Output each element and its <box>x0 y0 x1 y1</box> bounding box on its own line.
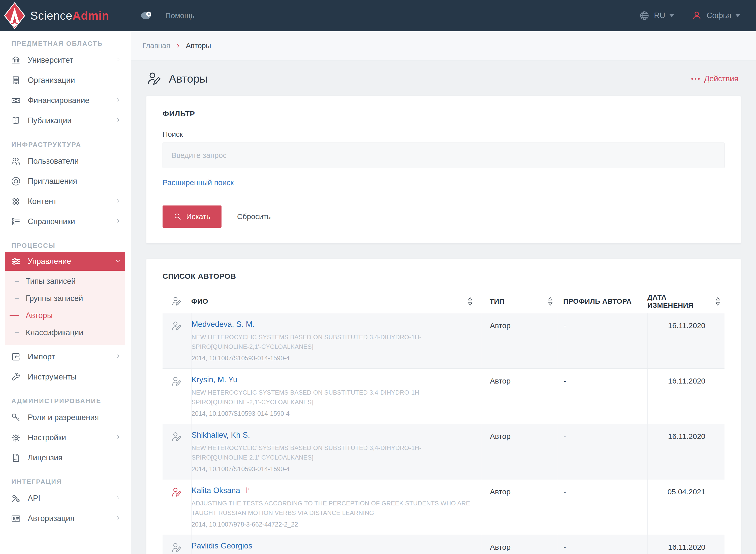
author-type: Автор <box>481 369 558 424</box>
publication-meta: 2014, 10.1007/S10593-014-1590-4 <box>192 465 473 473</box>
sidebar-subitem-classifications[interactable]: Классификации <box>5 324 125 341</box>
authors-table: ФИО ТИП ПРОФИЛЬ АВТОРА <box>162 290 724 554</box>
sidebar-item-university[interactable]: Университет <box>0 50 131 70</box>
author-icon <box>147 71 162 86</box>
sidebar-item-content[interactable]: Контент <box>0 191 131 212</box>
chevron-right-icon <box>116 199 122 204</box>
author-name-link[interactable]: Krysin, M. Yu <box>192 375 237 384</box>
sidebar-item-label: Приглашения <box>28 177 77 186</box>
author-row: Krysin, M. YuNEW HETEROCYCLIC SYSTEMS BA… <box>162 369 724 424</box>
sidebar-item-label: Университет <box>28 56 73 65</box>
app-logo[interactable]: ScienceAdmin <box>0 2 131 30</box>
sidebar-item-directories[interactable]: Справочники <box>0 212 131 232</box>
sidebar-subitem-record-groups[interactable]: Группы записей <box>5 290 125 307</box>
list-icon <box>11 217 21 227</box>
author-profile: - <box>558 424 647 479</box>
author-icon <box>162 480 191 535</box>
sidebar-item-management[interactable]: Управление <box>5 252 125 271</box>
sidebar-item-publications[interactable]: Публикации <box>0 111 131 131</box>
actions-label: Действия <box>704 74 738 84</box>
author-icon <box>162 369 191 424</box>
author-icon <box>162 424 191 479</box>
author-fio-cell: Kalita OksanaADJUSTING THE TESTS ACCORDI… <box>191 480 481 535</box>
author-profile: - <box>558 480 647 535</box>
sort-icon[interactable] <box>547 297 554 306</box>
sidebar-item-label: Справочники <box>28 217 75 226</box>
sidebar-item-license[interactable]: Лицензия <box>0 448 131 468</box>
dash-marker <box>10 315 19 316</box>
user-icon <box>692 11 702 20</box>
advanced-search-link[interactable]: Расширенный поиск <box>162 178 234 189</box>
sidebar-item-organizations[interactable]: Организации <box>0 70 131 91</box>
sidebar-item-label: Лицензия <box>28 453 62 462</box>
sidebar-subitem-authors[interactable]: Авторы <box>5 307 125 324</box>
sidebar-item-tools[interactable]: Инструменты <box>0 367 131 387</box>
sidebar-item-settings[interactable]: Настройки <box>0 428 131 448</box>
publication-meta: 2014, 10.1007/S10593-014-1590-4 <box>192 354 473 362</box>
chevron-right-icon <box>175 44 180 48</box>
author-name-link[interactable]: Kalita Oksana <box>192 486 240 495</box>
sidebar-item-label: Инструменты <box>28 373 77 382</box>
sort-icon[interactable] <box>467 297 473 306</box>
author-profile: - <box>558 535 647 554</box>
author-icon <box>162 313 191 369</box>
author-name-link[interactable]: Medvedeva, S. M. <box>192 320 255 329</box>
sidebar-item-api[interactable]: API <box>0 488 131 508</box>
key-icon <box>11 412 21 423</box>
sidebar-subitem-record-types[interactable]: Типы записей <box>5 273 125 290</box>
sidebar-item-authorization[interactable]: Авторизация <box>0 508 131 529</box>
language-selector[interactable]: RU <box>639 11 674 21</box>
modified-date: 05.04.2021 <box>647 480 724 535</box>
sidebar-item-label: Настройки <box>28 433 66 442</box>
breadcrumb-home[interactable]: Главная <box>142 42 170 50</box>
author-row: Pavlidis GeorgiosADJUSTING THE TESTS ACC… <box>162 535 724 554</box>
sidebar-section-title: ПРЕДМЕТНАЯ ОБЛАСТЬ <box>0 31 131 50</box>
chevron-right-icon <box>116 496 122 501</box>
chevron-right-icon <box>116 98 122 103</box>
author-type: Автор <box>481 313 558 369</box>
breadcrumb: Главная Авторы <box>131 31 756 60</box>
sidebar-subitem-label: Классификации <box>26 328 83 337</box>
sidebar-item-label: Контент <box>28 197 57 206</box>
author-name-link[interactable]: Pavlidis Georgios <box>192 541 252 550</box>
modified-date: 16.11.2020 <box>647 535 724 554</box>
sidebar-section-title: ИНТЕГРАЦИЯ <box>0 468 131 488</box>
chevron-right-icon <box>116 219 122 224</box>
sort-icon[interactable] <box>714 297 721 306</box>
license-icon <box>11 453 21 463</box>
main-content: Авторы Действия ФИЛЬТР Поиск Расширенный… <box>131 60 756 554</box>
chevron-right-icon <box>116 516 122 521</box>
gear-icon <box>11 433 21 443</box>
import-icon <box>11 352 21 362</box>
help-link[interactable]: Помощь <box>165 11 195 20</box>
reset-button[interactable]: Сбросить <box>236 212 272 221</box>
sidebar-submenu: Типы записейГруппы записейАвторыКлассифи… <box>5 271 125 345</box>
book-icon <box>11 116 21 126</box>
ellipsis-icon <box>691 77 700 80</box>
actions-button[interactable]: Действия <box>690 74 740 84</box>
author-fio-cell: Krysin, M. YuNEW HETEROCYCLIC SYSTEMS BA… <box>191 369 481 424</box>
chevron-right-icon <box>116 118 122 123</box>
author-name-link[interactable]: Shikhaliev, Kh S. <box>192 431 250 440</box>
sidebar-item-users[interactable]: Пользователи <box>0 151 131 171</box>
sidebar-item-label: Публикации <box>28 116 71 125</box>
chevron-right-icon <box>116 57 122 63</box>
sidebar-item-import[interactable]: Импорт <box>0 347 131 367</box>
filter-card: ФИЛЬТР Поиск Расширенный поиск Искать Сб… <box>146 96 741 243</box>
sidebar-item-financing[interactable]: Финансирование <box>0 91 131 111</box>
column-header-profile: ПРОФИЛЬ АВТОРА <box>563 297 632 305</box>
search-button[interactable]: Искать <box>162 206 221 228</box>
search-input[interactable] <box>162 143 724 168</box>
sidebar-item-roles[interactable]: Роли и разрешения <box>0 407 131 428</box>
author-type: Автор <box>481 480 558 535</box>
language-value: RU <box>654 11 665 20</box>
author-row: Kalita OksanaADJUSTING THE TESTS ACCORDI… <box>162 479 724 535</box>
sidebar-item-label: Пользователи <box>28 157 79 166</box>
sidebar-toggle[interactable] <box>141 12 151 19</box>
toggle-knob <box>146 12 151 17</box>
search-icon <box>173 213 182 221</box>
logo-admin: Admin <box>72 9 109 22</box>
chevron-right-icon <box>116 354 122 359</box>
sidebar-item-invitations[interactable]: Приглашения <box>0 171 131 191</box>
user-menu[interactable]: Софья <box>692 11 740 20</box>
